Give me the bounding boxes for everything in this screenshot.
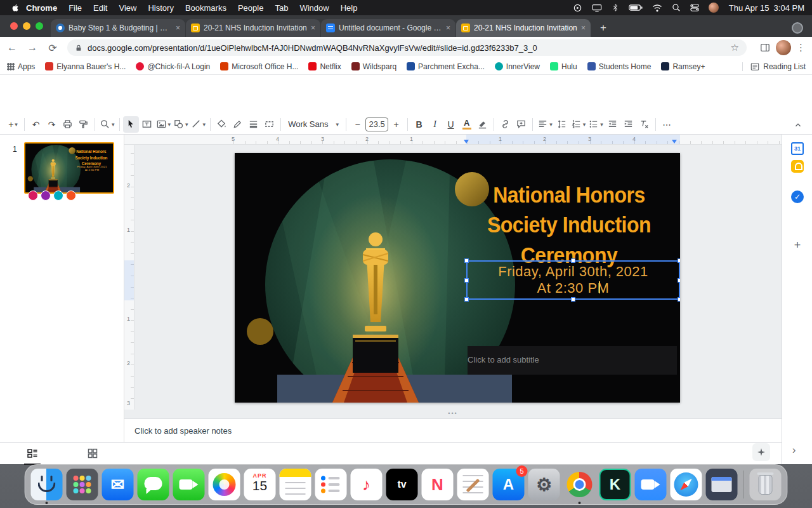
- wifi-icon[interactable]: [652, 4, 662, 12]
- decrease-font-size-button[interactable]: −: [350, 116, 365, 133]
- menubar-item-tab[interactable]: Tab: [275, 3, 288, 13]
- trash-dock-icon[interactable]: [750, 469, 782, 500]
- system-preferences-dock-icon[interactable]: ⚙: [528, 469, 560, 500]
- browser-tab-slides-active[interactable]: 20-21 NHS Induction Invitation ×: [456, 19, 591, 37]
- control-center-icon[interactable]: [690, 3, 699, 12]
- tab-overview-button[interactable]: [792, 22, 803, 34]
- screen-record-icon[interactable]: [573, 3, 582, 13]
- subtitle-placeholder-textbox[interactable]: Click to add subtitle: [468, 346, 677, 375]
- grid-view-button[interactable]: [84, 445, 101, 462]
- textedit-dock-icon[interactable]: [457, 469, 489, 500]
- calendar-dock-icon[interactable]: APR15: [244, 469, 276, 500]
- music-dock-icon[interactable]: ♪: [351, 469, 383, 500]
- battery-icon[interactable]: [629, 4, 643, 11]
- facetime-dock-icon[interactable]: [173, 469, 205, 500]
- reading-list-button[interactable]: Reading List: [742, 62, 806, 71]
- bold-button[interactable]: B: [411, 116, 427, 133]
- bookmark-star-icon[interactable]: ☆: [731, 42, 739, 53]
- menubar-item-edit[interactable]: Edit: [93, 3, 107, 13]
- slide-editor[interactable]: National Honors Society Induction Ceremo…: [235, 153, 680, 403]
- date-textbox[interactable]: Friday, April 30th, 2021At 2:30 PM: [71, 164, 113, 172]
- insert-shape-button[interactable]: ▾: [172, 116, 190, 133]
- highlight-color-button[interactable]: [475, 116, 490, 133]
- new-slide-button[interactable]: +▾: [5, 116, 21, 133]
- window-minimize-button[interactable]: [23, 22, 30, 30]
- menubar-item-history[interactable]: History: [148, 3, 173, 13]
- slide-title-textbox[interactable]: National Honors Society Induction Ceremo…: [458, 180, 680, 271]
- tab-close-icon[interactable]: ×: [581, 23, 586, 32]
- menubar-item-window[interactable]: Window: [299, 3, 329, 13]
- bookmark-parchment[interactable]: Parchment Excha...: [407, 62, 485, 71]
- slide-title-text[interactable]: National HonorsSociety InductionCeremony: [69, 149, 113, 166]
- slide[interactable]: National Honors Society Induction Ceremo…: [235, 153, 680, 403]
- menubar-item-people[interactable]: People: [238, 3, 263, 13]
- insert-image-button[interactable]: ▾: [155, 116, 173, 133]
- bookmark-chickfila[interactable]: @Chick-fil-A Login: [136, 62, 210, 71]
- clear-formatting-button[interactable]: [636, 116, 652, 133]
- appstore-dock-icon[interactable]: A5: [493, 469, 525, 500]
- hide-side-panel-button[interactable]: ›: [792, 444, 796, 456]
- browser-profile-avatar[interactable]: [776, 40, 791, 55]
- notes-dock-icon[interactable]: [280, 469, 311, 500]
- bookmark-students-home[interactable]: Students Home: [587, 62, 652, 71]
- menubar-item-view[interactable]: View: [119, 3, 136, 13]
- resize-handle-e[interactable]: [678, 278, 680, 283]
- appletv-dock-icon[interactable]: tv: [386, 469, 418, 500]
- finder-dock-icon[interactable]: [31, 469, 63, 500]
- bookmark-ramsey[interactable]: Ramsey+: [661, 62, 705, 71]
- fill-color-button[interactable]: [214, 116, 230, 133]
- resize-handle-ne[interactable]: [678, 258, 680, 263]
- add-panel-icon[interactable]: +: [791, 239, 804, 251]
- decrease-indent-button[interactable]: [605, 116, 620, 133]
- apple-menu-icon[interactable]: [11, 4, 20, 12]
- bookmark-netflix[interactable]: Netflix: [308, 62, 341, 71]
- more-tools-button[interactable]: ⋯: [659, 116, 675, 133]
- browser-tab-ramsey[interactable]: Baby Step 1 & Budgeting | Ram... ×: [51, 19, 185, 37]
- k-app-dock-icon[interactable]: K: [599, 469, 631, 500]
- numbered-list-button[interactable]: ▾: [570, 116, 587, 133]
- text-color-button[interactable]: A: [459, 116, 475, 133]
- tab-close-icon[interactable]: ×: [446, 23, 450, 32]
- back-button[interactable]: ←: [4, 39, 20, 56]
- resize-handle-w[interactable]: [464, 278, 469, 283]
- address-bar[interactable]: docs.google.com/presentation/d/1ueOiPleh…: [67, 39, 747, 56]
- border-weight-button[interactable]: [246, 116, 261, 133]
- date-textbox-selected[interactable]: Friday, April 30th, 2021 At 2:30 PM: [466, 260, 680, 300]
- padlock-icon[interactable]: [75, 44, 82, 52]
- hide-menus-button[interactable]: [790, 117, 806, 133]
- select-tool-button[interactable]: [123, 116, 139, 133]
- resize-handle-se[interactable]: [678, 297, 680, 302]
- calendar-panel-icon[interactable]: 31: [791, 142, 804, 155]
- text-box-button[interactable]: [139, 116, 155, 133]
- font-family-select[interactable]: Work Sans▾: [284, 116, 343, 133]
- browser-tab-slides-1[interactable]: 20-21 NHS Induction Invitation ×: [186, 19, 320, 37]
- apps-shortcut[interactable]: Apps: [6, 62, 35, 71]
- keep-panel-icon[interactable]: [791, 160, 804, 173]
- safari-dock-icon[interactable]: [671, 469, 702, 500]
- increase-font-size-button[interactable]: +: [388, 116, 404, 133]
- tab-close-icon[interactable]: ×: [311, 23, 315, 32]
- remote-desktop-dock-icon[interactable]: [706, 469, 738, 500]
- window-zoom-button[interactable]: [36, 22, 43, 30]
- menubar-item-help[interactable]: Help: [341, 3, 358, 13]
- align-button[interactable]: ▾: [536, 116, 554, 133]
- zoom-button[interactable]: ▾: [98, 116, 116, 133]
- resize-handle-nw[interactable]: [464, 258, 469, 263]
- new-tab-button[interactable]: +: [595, 20, 612, 36]
- filmstrip-view-button[interactable]: [24, 445, 41, 462]
- url-text[interactable]: docs.google.com/presentation/d/1ueOiPleh…: [88, 43, 731, 53]
- spotlight-icon[interactable]: [672, 3, 681, 12]
- mail-dock-icon[interactable]: ✉: [102, 469, 134, 500]
- chrome-menu-icon[interactable]: ⋮: [796, 42, 806, 53]
- bookmark-innerview[interactable]: InnerView: [495, 62, 540, 71]
- underline-button[interactable]: U: [443, 116, 459, 133]
- paint-format-button[interactable]: [75, 116, 91, 133]
- resize-handle-n[interactable]: [571, 258, 575, 263]
- print-button[interactable]: [60, 116, 75, 133]
- insert-line-button[interactable]: ▾: [190, 116, 207, 133]
- border-dash-button[interactable]: [261, 116, 277, 133]
- redo-button[interactable]: ↷: [44, 116, 60, 133]
- italic-button[interactable]: I: [427, 116, 443, 133]
- side-panel-icon[interactable]: [757, 39, 773, 56]
- messages-dock-icon[interactable]: [138, 469, 169, 500]
